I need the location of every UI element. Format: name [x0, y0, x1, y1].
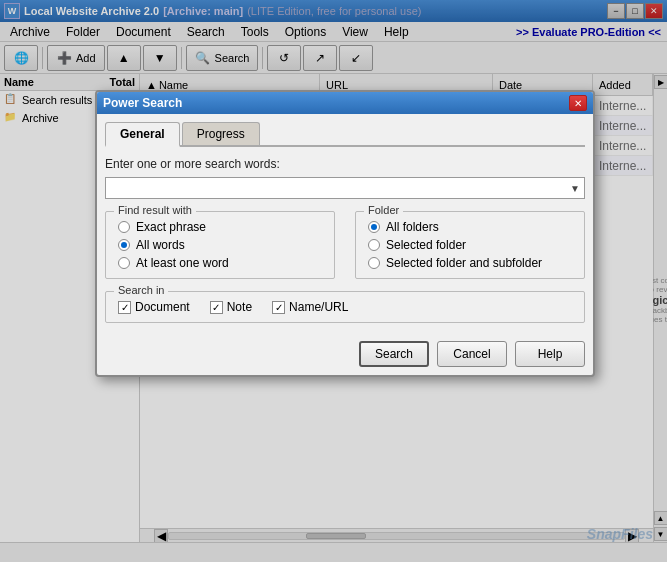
- checkbox-name-url-item[interactable]: Name/URL: [272, 300, 348, 314]
- radio-exact-phrase[interactable]: Exact phrase: [118, 220, 322, 234]
- dialog-search-button[interactable]: Search: [359, 341, 429, 367]
- radio-at-least-one-btn[interactable]: [118, 257, 130, 269]
- dialog-title-bar: Power Search ✕: [97, 92, 593, 114]
- radio-all-words-btn[interactable]: [118, 239, 130, 251]
- find-result-group: Find result with Exact phrase All words …: [105, 211, 335, 279]
- search-input-row: ▼: [105, 177, 585, 199]
- radio-all-folders-label: All folders: [386, 220, 439, 234]
- search-in-title: Search in: [114, 284, 168, 296]
- radio-exact-phrase-btn[interactable]: [118, 221, 130, 233]
- checkbox-note-label: Note: [227, 300, 252, 314]
- radio-at-least-one[interactable]: At least one word: [118, 256, 322, 270]
- search-section-label: Enter one or more search words:: [105, 157, 585, 171]
- radio-exact-phrase-label: Exact phrase: [136, 220, 206, 234]
- search-combo[interactable]: ▼: [105, 177, 585, 199]
- tab-progress[interactable]: Progress: [182, 122, 260, 145]
- dialog-close-button[interactable]: ✕: [569, 95, 587, 111]
- radio-selected-folder-subfolder-label: Selected folder and subfolder: [386, 256, 542, 270]
- tab-general[interactable]: General: [105, 122, 180, 147]
- dialog-cancel-button[interactable]: Cancel: [437, 341, 507, 367]
- folder-group: Folder All folders Selected folder Selec…: [355, 211, 585, 279]
- power-search-dialog: Power Search ✕ General Progress Enter on…: [95, 90, 595, 377]
- radio-selected-folder-label: Selected folder: [386, 238, 466, 252]
- checkbox-note[interactable]: [210, 301, 223, 314]
- checkbox-note-item[interactable]: Note: [210, 300, 252, 314]
- dialog-tabs: General Progress: [105, 122, 585, 147]
- radio-all-folders[interactable]: All folders: [368, 220, 572, 234]
- dialog-help-button[interactable]: Help: [515, 341, 585, 367]
- search-in-group: Search in Document Note Name/URL: [105, 291, 585, 323]
- checkbox-document-item[interactable]: Document: [118, 300, 190, 314]
- folder-title: Folder: [364, 204, 403, 216]
- radio-selected-folder[interactable]: Selected folder: [368, 238, 572, 252]
- radio-selected-folder-btn[interactable]: [368, 239, 380, 251]
- checkbox-row: Document Note Name/URL: [118, 300, 572, 314]
- radio-at-least-one-label: At least one word: [136, 256, 229, 270]
- checkbox-document-label: Document: [135, 300, 190, 314]
- dialog-title: Power Search: [103, 96, 182, 110]
- radio-all-words[interactable]: All words: [118, 238, 322, 252]
- combo-arrow-icon[interactable]: ▼: [570, 183, 580, 194]
- radio-all-words-label: All words: [136, 238, 185, 252]
- checkbox-document[interactable]: [118, 301, 131, 314]
- radio-all-folders-btn[interactable]: [368, 221, 380, 233]
- options-row: Find result with Exact phrase All words …: [105, 211, 585, 279]
- dialog-body: General Progress Enter one or more searc…: [97, 114, 593, 375]
- checkbox-name-url-label: Name/URL: [289, 300, 348, 314]
- radio-selected-folder-subfolder-btn[interactable]: [368, 257, 380, 269]
- search-input[interactable]: [110, 181, 570, 195]
- radio-selected-folder-subfolder[interactable]: Selected folder and subfolder: [368, 256, 572, 270]
- checkbox-name-url[interactable]: [272, 301, 285, 314]
- find-result-title: Find result with: [114, 204, 196, 216]
- dialog-footer: Search Cancel Help: [105, 337, 585, 367]
